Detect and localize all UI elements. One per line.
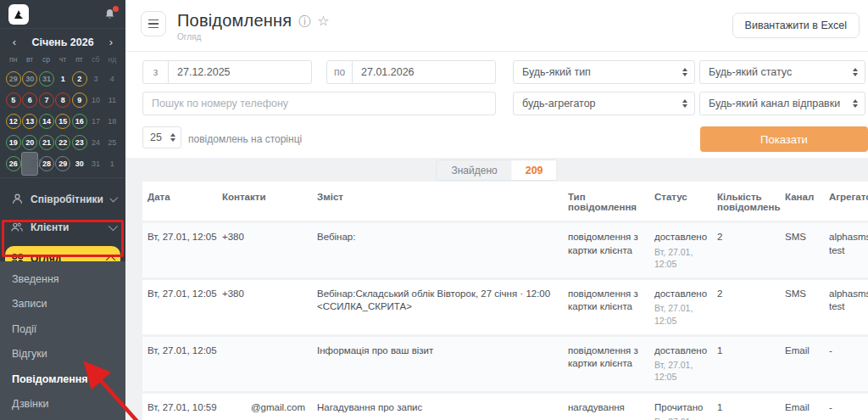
- cell-channel: SMS: [780, 222, 824, 279]
- calendar-weekday: вт: [21, 53, 37, 68]
- submenu-item[interactable]: Повідомлення: [0, 367, 125, 392]
- calendar-prev-button[interactable]: ‹: [8, 36, 20, 48]
- page-header: Повідомлення ⓘ ☆ Огляд Вивантажити в Exc…: [125, 0, 868, 52]
- table-row[interactable]: Вт, 27.01, 12:05+380Вебінар:повідомлення…: [142, 222, 868, 279]
- channel-select[interactable]: Будь-який канал відправки: [699, 92, 865, 115]
- cell-aggregator: alphasms test: [824, 278, 868, 335]
- cell-type: нагадування: [563, 392, 649, 420]
- column-header[interactable]: Контакти: [217, 182, 312, 222]
- status-date: Вт, 27.01, 12:05: [654, 302, 705, 326]
- calendar-day[interactable]: 16: [72, 114, 87, 129]
- type-select[interactable]: Будь-який тип: [513, 60, 695, 84]
- status-text: доставлено: [654, 288, 705, 301]
- calendar-day[interactable]: 1: [55, 71, 70, 87]
- person-icon: [10, 193, 24, 206]
- column-header[interactable]: Зміст: [312, 182, 563, 222]
- submenu-item[interactable]: Записи: [0, 292, 125, 317]
- calendar-day-cell: 24: [87, 132, 103, 153]
- calendar-day[interactable]: 9: [72, 92, 87, 108]
- cell-date: Вт, 27.01, 10:59: [142, 392, 217, 420]
- calendar-day[interactable]: 25: [104, 135, 120, 150]
- sidebar-submenu: ЗведенняЗаписиПодіїВідгукиПовідомленняДз…: [0, 261, 125, 420]
- date-from-field[interactable]: з 27.12.2025: [142, 60, 312, 84]
- calendar-day[interactable]: 10: [88, 92, 103, 108]
- notification-bell-icon[interactable]: [103, 8, 117, 21]
- calendar-day[interactable]: 27: [21, 152, 38, 176]
- calendar-day[interactable]: 11: [104, 92, 120, 108]
- messages-table-card: ДатаКонтактиЗмістТип повідомленняСтатусК…: [142, 182, 868, 420]
- per-page-select[interactable]: 25: [142, 126, 181, 148]
- calendar-day[interactable]: 13: [22, 114, 37, 129]
- calendar-day[interactable]: 4: [104, 71, 120, 87]
- submenu-item[interactable]: Операції з даними: [0, 417, 125, 420]
- calendar-day[interactable]: 28: [39, 156, 54, 171]
- table-row[interactable]: Вт, 27.01, 12:05+380Вебінар:Складський о…: [142, 278, 868, 335]
- calendar-day-cell: 10: [87, 89, 103, 110]
- calendar-day[interactable]: 22: [55, 135, 70, 150]
- table-row[interactable]: Вт, 27.01, 12:05Інформація про ваш візит…: [142, 335, 868, 392]
- calendar-day[interactable]: 30: [22, 71, 37, 87]
- type-select-value: Будь-який тип: [522, 66, 591, 78]
- submenu-item[interactable]: Зведення: [0, 266, 125, 292]
- calendar-day-cell: 9: [71, 89, 87, 110]
- phone-search-field[interactable]: [142, 92, 496, 115]
- show-button[interactable]: Показати: [700, 126, 868, 152]
- menu-toggle-button[interactable]: [141, 11, 166, 36]
- calendar-day[interactable]: 14: [39, 114, 54, 129]
- calendar-day-cell: 28: [38, 153, 54, 174]
- calendar-day-cell: 31: [38, 68, 54, 89]
- cell-aggregator: -: [824, 335, 868, 392]
- found-count-badge[interactable]: 209: [512, 160, 557, 180]
- calendar-day[interactable]: 24: [88, 135, 103, 150]
- app-logo[interactable]: [8, 4, 29, 25]
- table-row[interactable]: Вт, 27.01, 10:59@gmail.comНагадування пр…: [142, 392, 868, 420]
- date-to-field[interactable]: по 27.01.2026: [326, 60, 496, 84]
- page-title: Повідомлення: [177, 11, 292, 31]
- column-header[interactable]: Кількість повідомлень: [712, 182, 780, 222]
- calendar-day[interactable]: 7: [39, 92, 54, 108]
- cell-channel: Email: [780, 335, 824, 392]
- calendar-day[interactable]: 1: [104, 156, 120, 171]
- cell-contact: +380: [217, 222, 312, 279]
- found-label: Знайдено: [437, 160, 511, 180]
- aggregator-select[interactable]: будь-агрегатор: [513, 92, 695, 115]
- submenu-item[interactable]: Відгуки: [0, 342, 125, 367]
- favorite-star-icon[interactable]: ☆: [317, 14, 329, 28]
- cell-content: Інформація про ваш візит: [312, 335, 563, 392]
- sidebar-item-people[interactable]: Клієнти: [5, 213, 120, 241]
- calendar-day[interactable]: 29: [55, 156, 70, 171]
- calendar-day[interactable]: 2: [72, 71, 87, 87]
- calendar-day[interactable]: 6: [22, 92, 37, 108]
- submenu-item[interactable]: Дзвінки: [0, 392, 125, 417]
- calendar-day[interactable]: 5: [6, 92, 21, 108]
- column-header[interactable]: Канал: [780, 182, 824, 222]
- calendar-day[interactable]: 20: [22, 135, 37, 150]
- phone-search-input[interactable]: [152, 98, 487, 109]
- sidebar-item-person[interactable]: Співробітники: [5, 185, 120, 213]
- calendar-day[interactable]: 15: [55, 114, 70, 129]
- calendar-day[interactable]: 21: [39, 135, 54, 150]
- calendar-day[interactable]: 23: [72, 135, 87, 150]
- calendar-day-cell: 16: [71, 110, 87, 132]
- calendar-next-button[interactable]: ›: [105, 36, 117, 48]
- calendar-day[interactable]: 18: [104, 114, 120, 129]
- calendar-day[interactable]: 26: [6, 156, 21, 171]
- column-header[interactable]: Дата: [142, 182, 217, 222]
- submenu-item[interactable]: Події: [0, 316, 125, 342]
- calendar-day[interactable]: 3: [88, 71, 103, 87]
- status-select[interactable]: Будь-який статус: [699, 60, 865, 84]
- calendar-day[interactable]: 29: [6, 71, 21, 87]
- column-header[interactable]: Агрегатор: [824, 182, 868, 222]
- calendar-day[interactable]: 8: [55, 92, 70, 108]
- calendar-day[interactable]: 17: [88, 114, 103, 129]
- calendar-day[interactable]: 30: [72, 156, 87, 171]
- info-icon[interactable]: ⓘ: [298, 15, 310, 27]
- export-excel-button[interactable]: Вивантажити в Excel: [732, 13, 860, 38]
- column-header[interactable]: Статус: [649, 182, 712, 222]
- calendar-day[interactable]: 31: [88, 156, 103, 171]
- column-header[interactable]: Тип повідомлення: [563, 182, 649, 222]
- calendar-day[interactable]: 31: [39, 71, 54, 87]
- calendar-day[interactable]: 12: [6, 114, 21, 129]
- calendar-day[interactable]: 19: [6, 135, 21, 150]
- sidebar-item-label: Клієнти: [31, 221, 102, 233]
